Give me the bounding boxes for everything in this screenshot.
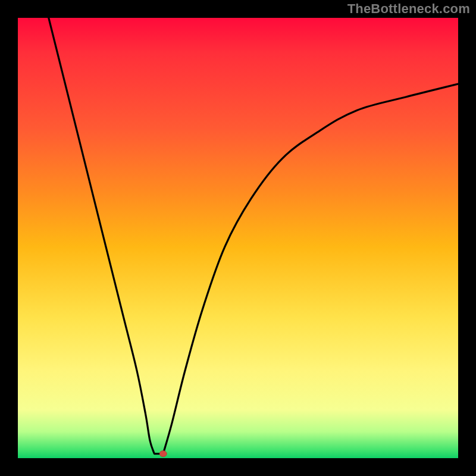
plot-area xyxy=(18,18,458,458)
chart-frame: TheBottleneck.com xyxy=(0,0,476,476)
curve-path xyxy=(49,18,458,454)
watermark-text: TheBottleneck.com xyxy=(347,1,470,17)
bottleneck-curve xyxy=(18,18,458,458)
optimal-marker xyxy=(159,451,167,457)
